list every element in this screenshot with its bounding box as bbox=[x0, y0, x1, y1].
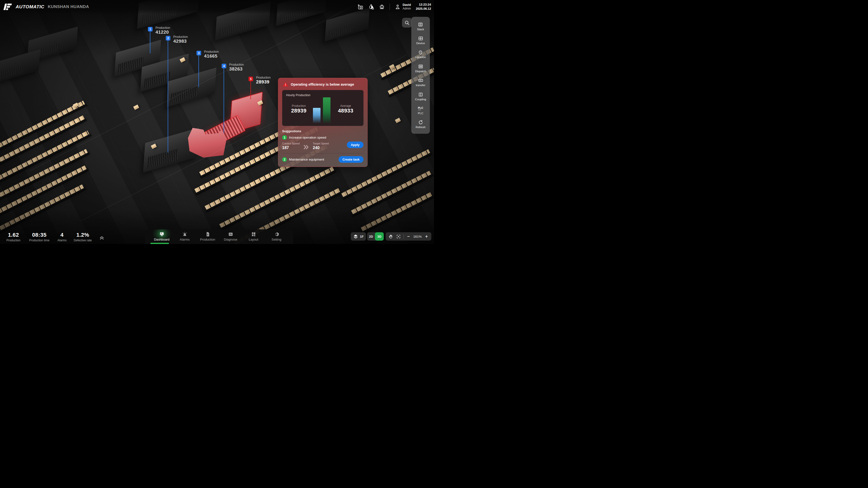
svg-text:PLC: PLC bbox=[418, 106, 423, 109]
suggestions-divider bbox=[282, 153, 364, 154]
marker-badge: 5 bbox=[248, 76, 253, 81]
toolbar-item-stack[interactable]: Stack bbox=[417, 22, 424, 31]
production-marker-4[interactable]: 4 Production 38263 bbox=[222, 64, 226, 68]
dispatch-list-icon bbox=[418, 64, 423, 69]
toolbar-item-device[interactable]: Device bbox=[416, 36, 425, 45]
production-marker-1[interactable]: 1 Production 41220 bbox=[148, 27, 153, 31]
crate bbox=[395, 118, 401, 123]
marker-line bbox=[150, 31, 150, 54]
target-speed-label: Target Speed bbox=[313, 142, 329, 145]
dashboard-icon bbox=[159, 232, 164, 237]
user-role: Admin bbox=[403, 7, 411, 11]
toolbar-item-plc[interactable]: PLC PLC bbox=[417, 106, 424, 115]
search-button[interactable] bbox=[402, 18, 412, 28]
production-marker-2[interactable]: 2 Production 42983 bbox=[166, 36, 170, 40]
current-speed-value: 187 bbox=[282, 145, 300, 150]
suggestion-1: 1 Increase operation speed Current Speed… bbox=[282, 135, 364, 150]
marker-line bbox=[224, 68, 224, 133]
warning-icon bbox=[283, 82, 288, 87]
pan-hand-icon[interactable] bbox=[388, 234, 393, 239]
marker-value: 41665 bbox=[204, 54, 219, 59]
average-value: 48933 bbox=[332, 108, 359, 114]
alarm-siren-icon bbox=[182, 232, 187, 237]
tab-layout[interactable]: Layout bbox=[242, 232, 265, 244]
speed-chevrons-icon bbox=[303, 145, 310, 149]
current-speed-label: Current Speed bbox=[282, 142, 300, 145]
focus-frame-icon[interactable] bbox=[396, 234, 401, 239]
search-icon bbox=[404, 20, 410, 25]
create-task-button[interactable]: Create task bbox=[339, 156, 364, 163]
marker-label: Production bbox=[204, 50, 219, 54]
clean-brush-icon[interactable] bbox=[379, 4, 385, 10]
canvas-controls: − 161% + bbox=[386, 232, 431, 240]
device-icon bbox=[418, 36, 423, 41]
suggestions-title: Suggestions bbox=[282, 129, 364, 133]
toolbar-item-location[interactable]: Location bbox=[415, 50, 426, 59]
brand-name: AUTOMATIC bbox=[16, 4, 44, 9]
tab-diagnose[interactable]: Diagnose bbox=[219, 232, 242, 244]
marker-line bbox=[168, 40, 168, 153]
top-header-bar: AUTOMATIC KUNSHAN HUANDA David Admin bbox=[0, 0, 434, 14]
suggestion-1-text: Increase operation speed bbox=[289, 136, 326, 139]
production-marker-3[interactable]: 3 Production 41665 bbox=[196, 51, 201, 55]
marker-badge: 2 bbox=[166, 36, 170, 40]
marker-value: 41220 bbox=[155, 30, 170, 35]
mode-3d-button[interactable]: 3D bbox=[375, 232, 384, 240]
marker-label: Production bbox=[256, 76, 271, 79]
hourly-production-card: Hourly Production Production 28939 Avera… bbox=[282, 90, 364, 126]
tab-alarms[interactable]: Alarms bbox=[173, 232, 196, 244]
plc-icon: PLC bbox=[417, 106, 424, 111]
stack-icon bbox=[418, 22, 423, 27]
tab-dashboard[interactable]: Dashboard bbox=[150, 232, 173, 244]
floor-selector[interactable]: 1F bbox=[351, 232, 366, 240]
factory-3d-scene[interactable] bbox=[0, 0, 434, 244]
controls-divider bbox=[403, 234, 404, 239]
toolbar-item-coupling[interactable]: Coupling bbox=[415, 92, 426, 101]
factory-dashboard-app: 1 Production 41220 2 Production 42983 3 … bbox=[0, 0, 434, 244]
zoom-out-button[interactable]: − bbox=[406, 234, 411, 239]
screenshot-camera-icon[interactable] bbox=[358, 4, 363, 10]
marker-line bbox=[250, 81, 251, 99]
marker-badge: 4 bbox=[222, 64, 226, 68]
company-logo bbox=[3, 3, 12, 11]
toolbar-item-refresh[interactable]: Refresh bbox=[416, 120, 426, 129]
stat-production: 1.62 Production bbox=[4, 232, 23, 242]
suggestion-2-number: 2 bbox=[282, 157, 287, 162]
user-icon bbox=[395, 4, 401, 10]
site-name: KUNSHAN HUANDA bbox=[48, 4, 89, 9]
target-speed-value: 240 bbox=[313, 145, 329, 150]
production-doc-icon bbox=[205, 232, 210, 237]
stat-production-time: 08:35 Production time bbox=[26, 232, 53, 242]
marker-label: Production bbox=[173, 35, 188, 38]
layout-grid-icon bbox=[251, 232, 256, 237]
mode-2d-button[interactable]: 2D bbox=[367, 235, 375, 238]
apply-button[interactable]: Apply bbox=[347, 141, 364, 148]
production-label: Production bbox=[286, 104, 311, 108]
tab-production[interactable]: Production bbox=[196, 232, 219, 244]
clock-time: 12:23:24 bbox=[416, 3, 431, 7]
production-bar bbox=[313, 108, 320, 124]
crate-row bbox=[351, 170, 431, 214]
average-label: Average bbox=[332, 104, 359, 108]
toolbar-item-transfer[interactable]: transfer bbox=[416, 78, 426, 87]
right-toolbar: Stack Device Location Dispatch transfer … bbox=[411, 17, 430, 134]
layers-icon bbox=[353, 234, 358, 239]
marker-line bbox=[198, 55, 199, 87]
floor-label: 1F bbox=[360, 235, 364, 238]
marker-value: 42983 bbox=[173, 38, 188, 44]
user-name: David bbox=[403, 3, 411, 7]
zoom-in-button[interactable]: + bbox=[424, 234, 429, 239]
clock: 12:23:24 2025.06.12 bbox=[416, 3, 431, 11]
production-marker-5[interactable]: 5 Production 28939 bbox=[248, 76, 253, 81]
expand-chevrons-icon[interactable] bbox=[99, 234, 105, 240]
timer-reset-icon[interactable] bbox=[368, 4, 374, 10]
stat-alarms: 4 Alarms bbox=[55, 232, 69, 242]
toolbar-item-dispatch[interactable]: Dispatch bbox=[415, 64, 426, 73]
marker-value: 38263 bbox=[229, 66, 244, 72]
user-account[interactable]: David Admin bbox=[395, 3, 411, 11]
transfer-icon bbox=[418, 78, 423, 83]
coupling-icon bbox=[418, 92, 423, 97]
tab-setting[interactable]: Setting bbox=[265, 232, 288, 244]
location-pin-icon bbox=[418, 50, 423, 55]
settings-gear-icon bbox=[274, 232, 279, 237]
